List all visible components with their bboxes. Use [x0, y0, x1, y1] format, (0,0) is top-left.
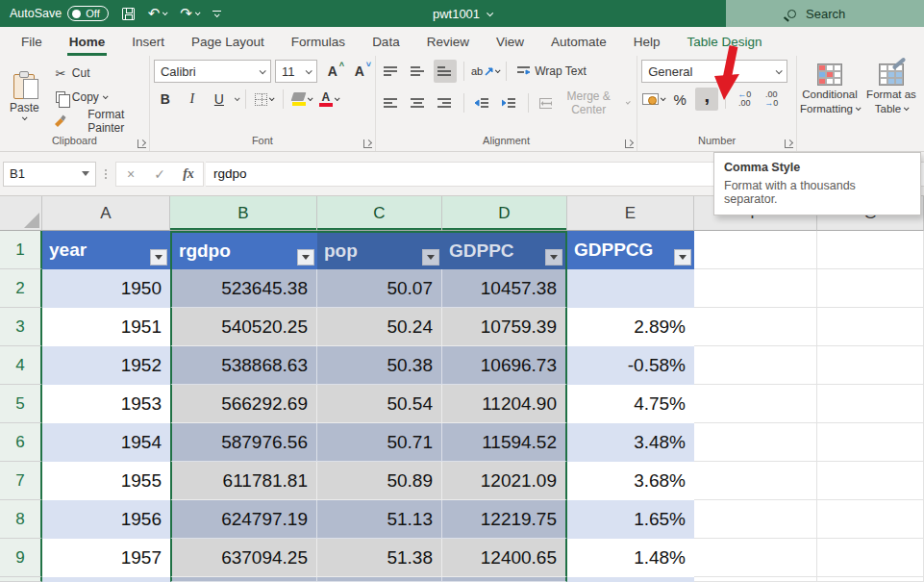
data-cell[interactable]: 566292.69 [170, 385, 317, 423]
empty-cell[interactable] [694, 231, 817, 269]
row-header[interactable] [0, 577, 42, 582]
data-cell[interactable]: 523645.38 [170, 269, 317, 308]
filter-button[interactable] [545, 249, 562, 266]
data-cell[interactable]: 11594.52 [442, 423, 567, 462]
paste-button[interactable]: Paste [4, 60, 45, 135]
empty-cell[interactable] [694, 539, 817, 577]
conditional-formatting-button[interactable]: Conditional Formatting [801, 60, 859, 135]
align-center-button[interactable] [407, 91, 430, 114]
align-bottom-button[interactable] [434, 60, 457, 83]
data-cell[interactable]: 1953 [42, 385, 170, 423]
font-size-select[interactable]: 11 [275, 60, 317, 83]
italic-button[interactable]: I [181, 88, 204, 111]
data-cell[interactable]: 10696.73 [442, 346, 567, 385]
data-cell[interactable]: 624797.19 [170, 500, 317, 539]
empty-cell[interactable] [817, 346, 924, 385]
document-title[interactable]: pwt1001 [433, 7, 491, 21]
format-painter-button[interactable]: Format Painter [49, 110, 145, 133]
data-cell[interactable]: 2.89% [567, 308, 694, 346]
data-cell[interactable] [170, 577, 317, 582]
empty-cell[interactable] [817, 500, 924, 539]
column-header-c[interactable]: C [317, 196, 442, 231]
data-cell[interactable]: 3.68% [567, 462, 694, 500]
filter-button[interactable] [150, 249, 167, 266]
row-header[interactable]: 9 [0, 539, 42, 577]
data-cell[interactable]: 10457.38 [442, 269, 567, 308]
data-cell[interactable]: 12400.65 [442, 539, 567, 577]
empty-cell[interactable] [694, 385, 817, 423]
empty-cell[interactable] [694, 500, 817, 539]
fill-color-button[interactable] [290, 88, 313, 111]
data-cell[interactable]: 1950 [42, 269, 170, 308]
confirm-entry-button[interactable]: ✓ [145, 166, 174, 182]
font-name-select[interactable]: Calibri [154, 60, 271, 83]
empty-cell[interactable] [817, 577, 924, 582]
data-cell[interactable]: 50.71 [317, 423, 442, 462]
percent-style-button[interactable]: % [668, 88, 691, 111]
filter-button[interactable] [422, 249, 439, 266]
data-cell[interactable]: 50.54 [317, 385, 442, 423]
increase-indent-button[interactable] [498, 91, 521, 114]
redo-button[interactable]: ↷ [180, 5, 199, 22]
data-cell[interactable]: -0.58% [567, 346, 694, 385]
autosave-toggle[interactable]: AutoSave Off [10, 6, 109, 21]
data-cell[interactable]: 50.89 [317, 462, 442, 500]
empty-cell[interactable] [694, 308, 817, 346]
row-header[interactable]: 7 [0, 462, 42, 500]
row-header[interactable]: 3 [0, 308, 42, 346]
align-right-button[interactable] [434, 91, 457, 114]
tab-page-layout[interactable]: Page Layout [178, 27, 278, 56]
empty-cell[interactable] [817, 423, 924, 462]
empty-cell[interactable] [817, 269, 924, 308]
empty-cell[interactable] [694, 423, 817, 462]
row-header[interactable]: 2 [0, 269, 42, 308]
data-cell[interactable]: 540520.25 [170, 308, 317, 346]
chevron-down-icon[interactable] [235, 95, 240, 101]
decrease-font-size-button[interactable]: A˅ [348, 60, 371, 83]
header-cell-pop[interactable]: pop [317, 231, 442, 269]
data-cell[interactable]: 50.24 [317, 308, 442, 346]
name-box[interactable]: B1 [3, 162, 96, 187]
data-cell[interactable]: 1956 [42, 500, 170, 539]
tab-review[interactable]: Review [413, 27, 483, 56]
insert-function-button[interactable]: fx [174, 166, 203, 182]
data-cell[interactable]: 50.38 [317, 346, 442, 385]
data-cell[interactable]: 12219.75 [442, 500, 567, 539]
row-header[interactable]: 5 [0, 385, 42, 423]
column-header-d[interactable]: D [442, 196, 567, 231]
data-cell[interactable]: 51.38 [317, 539, 442, 577]
data-cell[interactable]: 1954 [42, 423, 170, 462]
align-top-button[interactable] [380, 60, 403, 83]
data-cell[interactable]: 538868.63 [170, 346, 317, 385]
data-cell[interactable] [567, 269, 694, 308]
alignment-dialog-launcher[interactable] [625, 139, 634, 148]
row-header[interactable]: 4 [0, 346, 42, 385]
orientation-button[interactable]: ab [471, 60, 499, 83]
column-header-b[interactable]: B [170, 196, 317, 231]
merge-center-button[interactable]: Merge & Center [536, 88, 634, 118]
tab-automate[interactable]: Automate [537, 27, 620, 56]
wrap-text-button[interactable]: Wrap Text [513, 63, 590, 80]
data-cell[interactable]: 1.48% [567, 539, 694, 577]
tab-view[interactable]: View [483, 27, 537, 56]
copy-button[interactable]: Copy [49, 86, 145, 109]
quick-access-customize-button[interactable] [212, 11, 221, 17]
data-cell[interactable]: 637094.25 [170, 539, 317, 577]
data-cell[interactable]: 4.75% [567, 385, 694, 423]
accounting-format-button[interactable] [641, 88, 664, 111]
data-cell[interactable]: 1.65% [567, 500, 694, 539]
data-cell[interactable]: 3.48% [567, 423, 694, 462]
borders-button[interactable] [253, 88, 276, 111]
data-cell[interactable]: 11204.90 [442, 385, 567, 423]
header-cell-GDPPCG[interactable]: GDPPCG [567, 231, 694, 269]
data-cell[interactable] [442, 577, 567, 582]
decrease-decimal-button[interactable]: .00→0 [760, 88, 783, 111]
empty-cell[interactable] [817, 539, 924, 577]
row-header[interactable]: 1 [0, 231, 42, 269]
filter-button[interactable] [674, 249, 691, 266]
column-header-e[interactable]: E [567, 196, 694, 231]
tab-data[interactable]: Data [359, 27, 413, 56]
increase-decimal-button[interactable]: ←0.00 [733, 88, 756, 111]
data-cell[interactable] [317, 577, 442, 582]
data-cell[interactable]: 1951 [42, 308, 170, 346]
